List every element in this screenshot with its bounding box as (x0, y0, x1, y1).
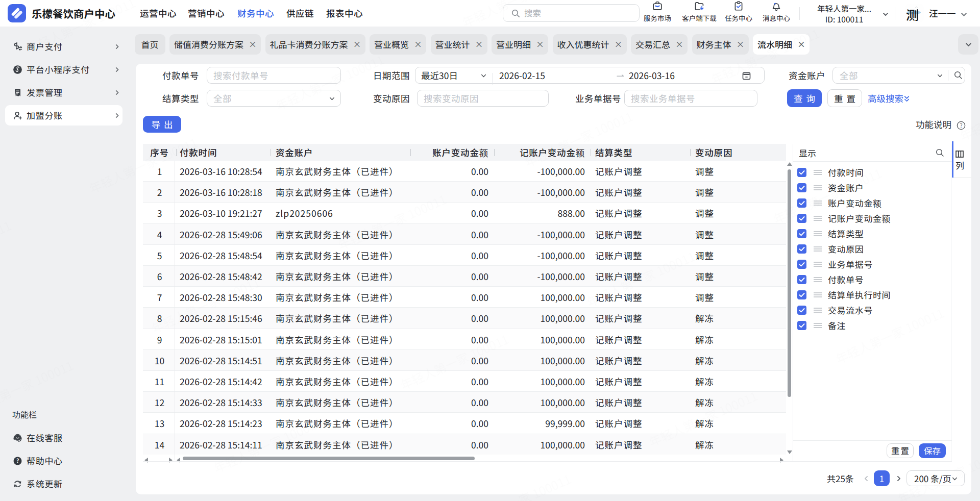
svg-text:测: 测 (906, 5, 919, 23)
svg-text:?: ? (960, 121, 962, 129)
svg-text:?: ? (16, 456, 19, 464)
